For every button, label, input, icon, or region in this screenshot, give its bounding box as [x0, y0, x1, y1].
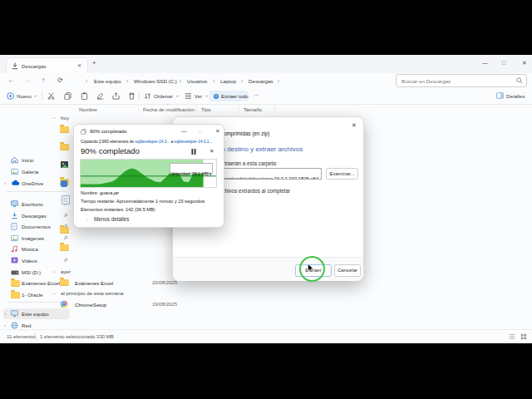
breadcrumb-descargas[interactable]: Descargas [249, 78, 273, 84]
details-pane-icon [496, 92, 504, 99]
details-view-toggle-icon[interactable] [509, 333, 515, 340]
dialog-footer: Extraer Cancelar [173, 257, 363, 281]
rename-icon[interactable] [96, 92, 104, 100]
nav-refresh-button[interactable]: ⟳ [57, 76, 63, 84]
drive-icon [11, 270, 19, 275]
pictures-icon [11, 234, 18, 242]
sort-ascending-icon: › [165, 104, 170, 106]
breadcrumb-chevron: › [241, 78, 243, 84]
download-icon [12, 62, 18, 70]
copy-source-link[interactable]: sqldeveloper-24.3... [135, 139, 170, 144]
file-icon-folder[interactable] [60, 244, 69, 251]
sort-icon [144, 92, 151, 100]
stop-copy-icon[interactable]: ✕ [209, 148, 214, 155]
breadcrumb-windows-ssd[interactable]: Windows-SSD (C:) [134, 78, 177, 84]
file-icon-folder[interactable] [60, 227, 69, 234]
new-tab-button[interactable]: + [92, 59, 96, 66]
chrome-icon [61, 301, 67, 308]
column-divider [196, 106, 197, 113]
breadcrumb-chevron: › [278, 78, 279, 84]
folder-icon [11, 280, 20, 287]
view-button[interactable]: Ver [195, 93, 202, 99]
tab-close-icon[interactable]: ✕ [77, 62, 81, 68]
window-close-button[interactable]: ✕ [522, 60, 527, 66]
onedrive-cloud-icon [11, 180, 20, 186]
folder-icon [60, 279, 69, 286]
expand-chevron-icon[interactable]: › [4, 323, 6, 328]
extract-all-button[interactable]: Extraer todo [209, 91, 249, 101]
group-label-hoy[interactable]: hoy [61, 115, 69, 121]
group-collapse-icon[interactable]: › [52, 271, 57, 273]
file-row-chromesetup[interactable]: ChromeSetup 19/08/2025 [50, 299, 532, 310]
home-icon [11, 156, 18, 164]
speed-chart: Velocidad: 29.1 MB/s [80, 159, 217, 188]
file-icon-folder[interactable] [60, 126, 69, 133]
copy-progress-icon [81, 129, 86, 135]
desktop-icon [11, 200, 18, 208]
column-nombre[interactable]: Nombre [79, 106, 97, 112]
expand-chevron-icon[interactable]: › [4, 180, 6, 185]
chevron-down-icon: › [204, 95, 209, 96]
file-icon-image[interactable] [61, 161, 68, 168]
file-icon-file[interactable] [62, 195, 70, 204]
copy-dest-link[interactable]: sqldeveloper-24.3.1... [175, 139, 213, 144]
group-label-ayer[interactable]: ayer [61, 268, 71, 274]
network-icon [11, 322, 18, 329]
file-icon-folder[interactable] [60, 144, 69, 150]
nav-back-button[interactable]: ← [7, 76, 14, 84]
extract-all-icon [213, 93, 219, 100]
tab-label: Descargas [22, 63, 47, 69]
breadcrumb-usuarios[interactable]: Usuarios [187, 78, 207, 84]
speed-label: Velocidad: 29.1 MB/s [171, 171, 212, 176]
extract-all-label: Extraer todo [221, 94, 249, 99]
column-divider [239, 106, 239, 113]
pause-icon[interactable] [191, 149, 196, 155]
progress-dialog-title: 90% completado [90, 129, 127, 134]
search-box[interactable]: Buscar en Descargas [396, 74, 527, 87]
column-fecha[interactable]: Fecha de modificación [143, 106, 195, 112]
time-remaining-line: Tiempo restante: Aproximadamente 1 minut… [81, 199, 204, 204]
expand-chevron-icon[interactable]: › [4, 311, 6, 316]
column-tamano[interactable]: Tamaño [244, 106, 262, 112]
file-name: ChromeSetup [75, 302, 106, 308]
cut-icon[interactable] [47, 92, 55, 100]
delete-icon[interactable] [128, 92, 135, 100]
breadcrumb-laptop[interactable]: Laptop [220, 78, 236, 84]
details-pane-button[interactable]: Detalles [506, 93, 525, 99]
nav-up-button[interactable]: ↑ [42, 76, 45, 84]
command-bar: Nuevo › [0, 89, 532, 105]
dialog-maximize-icon[interactable]: □ [199, 128, 202, 134]
window-maximize-button[interactable]: □ [502, 60, 505, 66]
chevron-down-icon: › [32, 95, 38, 96]
browse-button[interactable]: Examinar... [326, 168, 358, 180]
breadcrumb-chevron: › [213, 78, 214, 84]
dialog-minimize-icon[interactable]: — [181, 128, 187, 134]
more-options-button[interactable]: … [254, 91, 260, 96]
dialog-close-icon[interactable]: ✕ [352, 122, 357, 129]
file-icon-app[interactable] [61, 180, 67, 187]
tab-descargas[interactable]: Descargas ✕ [6, 57, 88, 74]
new-button[interactable]: Nuevo [17, 93, 32, 99]
group-label-semana[interactable]: al principio de esta semana [61, 290, 123, 296]
breadcrumb-chevron: › [126, 78, 128, 84]
view-icon [185, 92, 192, 100]
copy-icon[interactable] [64, 92, 71, 100]
less-details-button[interactable]: Menos detalles [94, 216, 129, 222]
tab-bar: Descargas ✕ + — □ ✕ [0, 55, 532, 74]
cancel-button[interactable]: Cancelar [334, 264, 361, 277]
sort-button[interactable]: Ordenar [154, 93, 173, 99]
window-minimize-button[interactable]: — [482, 60, 488, 66]
paste-icon[interactable] [81, 92, 88, 100]
group-collapse-icon[interactable]: › [52, 117, 57, 119]
gallery-icon [11, 168, 18, 175]
column-divider [138, 106, 139, 113]
mouse-cursor [308, 264, 314, 273]
dialog-close-icon[interactable]: ✕ [215, 128, 219, 135]
thumbnail-view-toggle-icon[interactable] [520, 333, 527, 340]
share-icon[interactable] [112, 92, 120, 100]
nav-forward-button[interactable]: → [24, 76, 31, 84]
column-tipo[interactable]: Tipo [201, 106, 211, 112]
breadcrumb-este-equipo[interactable]: Este equipo [94, 78, 121, 84]
group-collapse-icon[interactable]: › [52, 293, 57, 294]
search-placeholder: Buscar en Descargas [401, 78, 451, 84]
